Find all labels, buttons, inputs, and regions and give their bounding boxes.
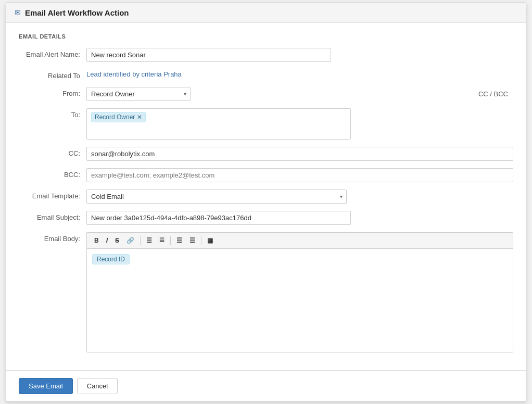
email-template-row: Email Template: Cold Email Welcome Email… xyxy=(19,190,513,204)
toolbar-sep-1 xyxy=(140,236,141,245)
related-to-value: Lead identified by criteria Praha xyxy=(86,70,182,78)
email-alert-name-row: Email Alert Name: xyxy=(19,48,513,62)
bcc-content xyxy=(86,168,513,182)
toolbar-table[interactable]: ▦ xyxy=(204,236,216,245)
cc-row: CC: xyxy=(19,147,513,161)
to-label: To: xyxy=(19,108,86,119)
to-tag-label: Record Owner xyxy=(95,113,135,121)
toolbar-sep-2 xyxy=(170,236,171,245)
cc-input[interactable] xyxy=(86,147,513,161)
modal-title: Email Alert Workflow Action xyxy=(25,8,129,17)
cc-label: CC: xyxy=(19,147,86,157)
email-alert-name-input[interactable] xyxy=(86,48,331,62)
email-alert-name-label: Email Alert Name: xyxy=(19,48,86,58)
from-content: Record Owner Current User Workflow User … xyxy=(86,87,513,101)
email-subject-input[interactable] xyxy=(86,211,351,225)
to-row: To: Record Owner ✕ xyxy=(19,108,513,140)
from-row: From: Record Owner Current User Workflow… xyxy=(19,87,513,101)
to-tag-close[interactable]: ✕ xyxy=(137,114,142,120)
modal: ✉ Email Alert Workflow Action EMAIL DETA… xyxy=(6,3,526,402)
modal-header: ✉ Email Alert Workflow Action xyxy=(6,3,526,23)
email-template-content: Cold Email Welcome Email Follow Up ▾ xyxy=(86,190,513,204)
modal-body: EMAIL DETAILS Email Alert Name: Related … xyxy=(6,23,526,370)
email-template-select-wrapper: Cold Email Welcome Email Follow Up ▾ xyxy=(86,190,347,204)
cancel-button[interactable]: Cancel xyxy=(77,378,118,394)
related-to-row: Related To Lead identified by criteria P… xyxy=(19,69,513,80)
section-title: EMAIL DETAILS xyxy=(19,33,513,40)
toolbar-italic[interactable]: I xyxy=(103,236,111,245)
email-subject-content xyxy=(86,211,513,225)
toolbar-sep-3 xyxy=(201,236,201,245)
from-select[interactable]: Record Owner Current User Workflow User xyxy=(86,87,191,101)
email-body-toolbar: B I S 🔗 ☰ ☰ ☰ ☰ ▦ xyxy=(86,232,513,248)
email-template-label: Email Template: xyxy=(19,190,86,200)
email-subject-label: Email Subject: xyxy=(19,211,86,221)
email-template-select[interactable]: Cold Email Welcome Email Follow Up xyxy=(86,190,347,204)
bcc-row: BCC: xyxy=(19,168,513,182)
toolbar-bold[interactable]: B xyxy=(91,236,102,245)
to-tag[interactable]: Record Owner ✕ xyxy=(91,112,146,122)
toolbar-align-left[interactable]: ☰ xyxy=(173,236,185,245)
email-subject-row: Email Subject: xyxy=(19,211,513,225)
related-to-label: Related To xyxy=(19,69,86,80)
modal-footer: Save Email Cancel xyxy=(6,370,526,401)
to-content: Record Owner ✕ xyxy=(86,108,513,140)
email-alert-name-content xyxy=(86,48,513,62)
to-field[interactable]: Record Owner ✕ xyxy=(86,108,351,140)
toolbar-align-right[interactable]: ☰ xyxy=(186,236,198,245)
related-to-content: Lead identified by criteria Praha xyxy=(86,69,513,78)
toolbar-ul[interactable]: ☰ xyxy=(143,236,155,245)
email-body-label: Email Body: xyxy=(19,232,86,243)
toolbar-ol[interactable]: ☰ xyxy=(156,236,168,245)
toolbar-link[interactable]: 🔗 xyxy=(123,236,137,245)
save-button[interactable]: Save Email xyxy=(19,378,73,394)
from-select-wrapper: Record Owner Current User Workflow User … xyxy=(86,87,191,101)
bcc-label: BCC: xyxy=(19,168,86,179)
cc-content xyxy=(86,147,513,161)
email-body-content: B I S 🔗 ☰ ☰ ☰ ☰ ▦ Record ID xyxy=(86,232,513,352)
email-body-editor[interactable]: Record ID xyxy=(86,248,513,352)
email-icon: ✉ xyxy=(15,8,21,17)
bcc-input[interactable] xyxy=(86,168,513,182)
email-body-row: Email Body: B I S 🔗 ☰ ☰ ☰ ☰ ▦ Re xyxy=(19,232,513,352)
from-label: From: xyxy=(19,87,86,97)
toolbar-strikethrough[interactable]: S xyxy=(112,236,122,245)
cc-bcc-link[interactable]: CC / BCC xyxy=(478,90,508,98)
record-id-tag: Record ID xyxy=(92,254,130,264)
